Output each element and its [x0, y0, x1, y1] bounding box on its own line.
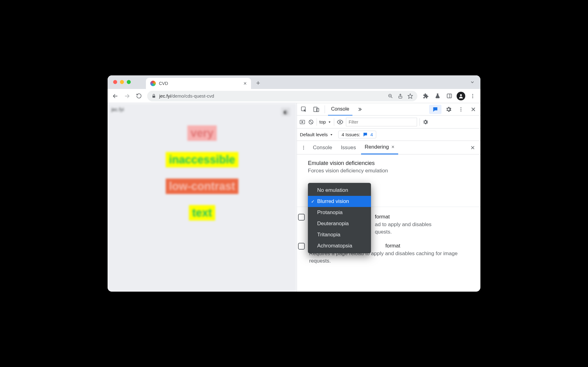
context-selector[interactable]: top [319, 119, 331, 124]
svg-marker-7 [408, 94, 413, 98]
svg-point-30 [303, 147, 304, 148]
demo-word: inaccessible [166, 152, 238, 167]
svg-point-29 [303, 146, 304, 147]
profile-button[interactable] [456, 91, 466, 101]
svg-point-11 [472, 94, 473, 95]
section-title: Emulate vision deficiencies [308, 160, 475, 167]
rendering-panel-body: Emulate vision deficiencies Forces visio… [297, 154, 480, 292]
labs-icon[interactable] [432, 91, 443, 101]
devtools-menu-icon[interactable] [456, 104, 466, 115]
inspect-icon[interactable] [299, 104, 309, 115]
svg-point-10 [460, 94, 462, 96]
extensions-icon[interactable] [420, 91, 431, 101]
checkbox[interactable] [298, 243, 305, 250]
clear-console-icon[interactable] [308, 119, 314, 125]
close-drawer-tab-icon[interactable]: × [391, 144, 394, 150]
device-toolbar-icon[interactable] [311, 104, 322, 115]
svg-point-19 [461, 110, 462, 111]
site-name: jec.fyi [111, 107, 293, 112]
svg-point-13 [472, 97, 473, 98]
theme-toggle-icon[interactable]: ◐ [281, 108, 290, 116]
drawer-tab-console[interactable]: Console [309, 141, 336, 154]
live-expression-icon[interactable] [337, 119, 343, 125]
forward-button[interactable] [122, 91, 132, 101]
dropdown-option[interactable]: Blurred vision [308, 196, 371, 207]
lock-icon [151, 94, 156, 98]
svg-marker-28 [330, 134, 332, 135]
section-subtitle: Forces vision deficiency emulation [308, 168, 475, 174]
demo-word: very [187, 125, 216, 141]
url-text: jec.fyi/demo/cds-quest-cvd [159, 93, 385, 99]
log-levels-selector[interactable]: Default levels [300, 132, 333, 137]
svg-line-25 [309, 120, 313, 124]
console-toolbar: top [297, 116, 480, 129]
devtools-main-toolbar: Console [297, 103, 480, 116]
devtools-panel: Console [296, 103, 480, 292]
close-devtools-icon[interactable] [468, 104, 479, 115]
tab-title: CVD [159, 81, 240, 86]
drawer-tab-rendering[interactable]: Rendering × [361, 141, 398, 154]
dropdown-option[interactable]: Protanopia [308, 207, 371, 218]
svg-rect-8 [447, 94, 451, 98]
dropdown-option[interactable]: No emulation [308, 185, 371, 196]
close-window-button[interactable] [113, 80, 117, 84]
back-button[interactable] [110, 91, 121, 101]
page-viewport: jec.fyi ◐ very inaccessible low-contrast… [108, 103, 296, 292]
settings-icon[interactable] [443, 104, 454, 115]
svg-marker-26 [329, 121, 330, 123]
vision-deficiency-dropdown[interactable]: No emulation Blurred vision Protanopia D… [308, 183, 371, 253]
browser-tab[interactable]: CVD × [146, 78, 251, 89]
omnibox-actions [388, 93, 413, 99]
content-split: jec.fyi ◐ very inaccessible low-contrast… [108, 103, 480, 292]
svg-point-18 [461, 109, 462, 110]
tab-console[interactable]: Console [328, 103, 352, 116]
share-icon[interactable] [398, 93, 403, 99]
zoom-icon[interactable] [388, 93, 393, 99]
close-drawer-icon[interactable] [467, 142, 478, 153]
address-bar[interactable]: jec.fyi/demo/cds-quest-cvd [147, 91, 417, 101]
svg-point-27 [339, 121, 341, 123]
console-filter-row: Default levels 4 Issues: 4 [297, 129, 480, 141]
svg-line-4 [391, 97, 392, 98]
dropdown-option[interactable]: Deuteranopia [308, 218, 371, 229]
more-tabs-icon[interactable] [354, 104, 365, 115]
dropdown-option[interactable]: Tritanopia [308, 229, 371, 240]
svg-point-17 [461, 107, 462, 108]
drawer-tab-issues[interactable]: Issues [337, 141, 360, 154]
demo-words: very inaccessible low-contrast text [111, 125, 293, 221]
dropdown-option[interactable]: Achromatopsia [308, 240, 371, 251]
browser-menu-icon[interactable] [467, 91, 478, 101]
tab-strip: CVD × + [108, 75, 480, 89]
close-tab-icon[interactable]: × [243, 80, 247, 87]
svg-rect-2 [152, 96, 155, 98]
demo-word: text [189, 205, 215, 221]
reload-button[interactable] [134, 91, 144, 101]
checkbox[interactable] [298, 214, 305, 221]
issues-counter[interactable]: 4 Issues: 4 [338, 131, 376, 138]
drawer-menu-icon[interactable] [299, 145, 308, 150]
issue-icon [363, 132, 368, 137]
svg-marker-23 [302, 121, 303, 123]
sidepanel-icon[interactable] [444, 91, 454, 101]
browser-window: CVD × + jec.fyi/demo/cds-quest-cvd [108, 75, 480, 292]
console-settings-icon[interactable] [422, 119, 428, 125]
new-tab-button[interactable]: + [254, 78, 263, 88]
window-controls [113, 80, 131, 84]
drawer-tabstrip: Console Issues Rendering × [297, 141, 480, 154]
svg-point-31 [303, 149, 304, 150]
toggle-sidebar-icon[interactable] [299, 119, 305, 125]
maximize-window-button[interactable] [127, 80, 131, 84]
svg-point-12 [472, 95, 473, 96]
filter-input[interactable] [346, 118, 417, 126]
tabs-dropdown-icon[interactable] [470, 80, 475, 85]
issues-badge-icon[interactable] [429, 105, 441, 114]
bookmark-icon[interactable] [407, 93, 413, 99]
favicon-icon [150, 81, 156, 86]
browser-toolbar: jec.fyi/demo/cds-quest-cvd [108, 89, 480, 103]
minimize-window-button[interactable] [120, 80, 124, 84]
demo-word: low-contrast [166, 179, 238, 194]
